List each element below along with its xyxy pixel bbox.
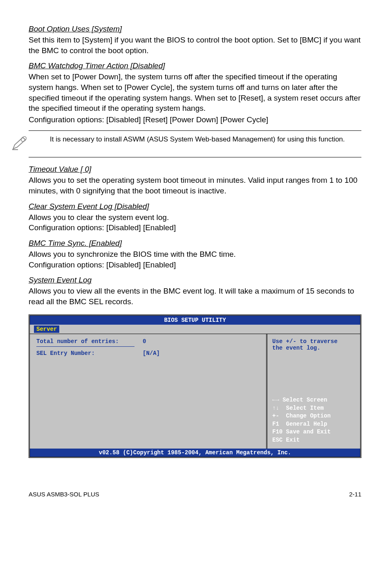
bios-row-sel-entry: SEL Entry Number: [N/A] bbox=[36, 350, 260, 357]
bios-divider bbox=[36, 346, 134, 347]
bios-nav-keys: ←→ Select Screen ↑↓ Select Item +- Chang… bbox=[272, 396, 355, 444]
page-footer: ASUS ASMB3-SOL PLUS 2-11 bbox=[29, 491, 361, 498]
pencil-note-icon bbox=[11, 135, 29, 153]
bios-value-total-entries: 0 bbox=[143, 338, 146, 345]
bios-body: Total number of entries: 0 SEL Entry Num… bbox=[30, 334, 360, 449]
page-footer-left: ASUS ASMB3-SOL PLUS bbox=[29, 491, 99, 498]
bios-nav-select-item: ↑↓ Select Item bbox=[272, 404, 355, 413]
page-footer-right: 2-11 bbox=[349, 491, 361, 498]
bios-setup-screenshot: BIOS SETUP UTILITY Server Total number o… bbox=[29, 314, 361, 458]
bios-row-total-entries: Total number of entries: 0 bbox=[36, 338, 260, 345]
bios-value-sel-entry: [N/A] bbox=[143, 350, 160, 357]
bios-help-line1: Use +/- to traverse bbox=[272, 338, 355, 345]
bios-nav-general-help: F1 General Help bbox=[272, 420, 355, 429]
body-text-boot-option: Set this item to [System] if you want th… bbox=[29, 35, 361, 56]
section-title-bmc-watchdog: BMC Watchdog Timer Action [Disabled] bbox=[29, 61, 361, 70]
bios-label-total-entries: Total number of entries: bbox=[36, 338, 143, 345]
bios-help-line2: the event log. bbox=[272, 345, 355, 351]
note-text: It is necessary to install ASWM (ASUS Sy… bbox=[36, 135, 345, 144]
bios-nav-esc-exit: ESC Exit bbox=[272, 436, 355, 444]
body-text-bmc-watchdog: When set to [Power Down], the system tur… bbox=[29, 72, 361, 114]
note-block: It is necessary to install ASWM (ASUS Sy… bbox=[29, 130, 361, 157]
section-title-boot-option: Boot Option Uses [System] bbox=[29, 25, 361, 34]
bios-tab-row: Server bbox=[30, 325, 360, 334]
svg-point-0 bbox=[20, 136, 27, 143]
section-title-sys-event-log: System Event Log bbox=[29, 276, 361, 285]
bios-nav-save-exit: F10 Save and Exit bbox=[272, 428, 355, 436]
body-text-bmc-watchdog-config: Configuration options: [Disabled] [Reset… bbox=[29, 114, 361, 125]
body-text-clear-log-1: Allows you to clear the system event log… bbox=[29, 212, 361, 223]
bios-right-pane: Use +/- to traverse the event log. ←→ Se… bbox=[266, 334, 360, 449]
body-text-sys-event-log: Allows you to view all the events in the… bbox=[29, 286, 361, 307]
bios-label-sel-entry: SEL Entry Number: bbox=[36, 350, 143, 357]
bios-help-text: Use +/- to traverse the event log. bbox=[272, 338, 355, 351]
body-text-bmc-time-1: Allows you to synchronize the BIOS time … bbox=[29, 249, 361, 260]
section-title-timeout: Timeout Value [ 0] bbox=[29, 165, 361, 174]
bios-tab-server: Server bbox=[34, 325, 59, 333]
bios-footer: v02.58 (C)Copyright 1985-2004, American … bbox=[30, 449, 360, 457]
section-title-bmc-time: BMC Time Sync. [Enabled] bbox=[29, 239, 361, 248]
bios-left-pane: Total number of entries: 0 SEL Entry Num… bbox=[30, 334, 266, 449]
body-text-bmc-time-2: Configuration options: [Disabled] [Enabl… bbox=[29, 260, 361, 270]
bios-nav-change-option: +- Change Option bbox=[272, 412, 355, 420]
bios-header: BIOS SETUP UTILITY bbox=[30, 316, 360, 325]
bios-nav-select-screen: ←→ Select Screen bbox=[272, 396, 355, 404]
body-text-clear-log-2: Configuration options: [Disabled] [Enabl… bbox=[29, 222, 361, 233]
section-title-clear-log: Clear System Event Log [Disabled] bbox=[29, 202, 361, 211]
body-text-timeout: Allows you to set the operating system b… bbox=[29, 175, 361, 196]
